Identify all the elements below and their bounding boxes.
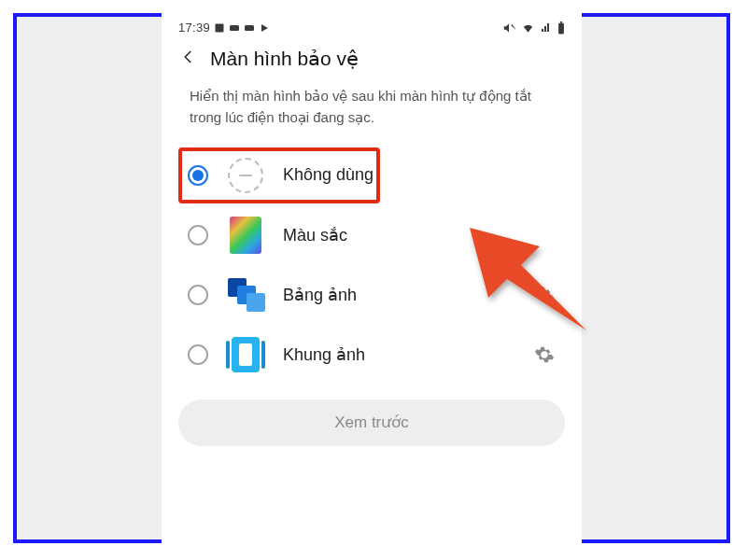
svg-rect-4 [558,22,564,34]
video-icon [244,22,255,34]
gear-icon [534,285,555,305]
thumb-none-icon [227,157,264,194]
svg-rect-2 [245,25,254,31]
svg-rect-1 [230,25,239,31]
svg-rect-5 [560,21,562,23]
option-photo-table[interactable]: Bảng ảnh [173,265,571,325]
page-title: Màn hình bảo vệ [210,48,359,70]
youtube-icon [229,22,240,34]
back-button[interactable] [180,49,197,69]
mute-icon [502,21,515,35]
wifi-icon [521,21,535,35]
option-label: Bảng ảnh [283,285,514,305]
options-card: Không dùng Màu sắc [173,146,571,385]
highlight-box: Không dùng [173,146,571,205]
svg-rect-0 [216,23,224,32]
option-label: Không dùng [283,165,556,185]
settings-button[interactable] [533,285,556,305]
chevron-left-icon [180,49,197,65]
option-none[interactable]: Không dùng [173,146,571,205]
preview-button[interactable]: Xem trước [178,399,565,446]
thumb-colors-icon [227,217,264,254]
play-icon [259,22,270,34]
radio-icon [188,344,208,365]
page-header: Màn hình bảo vệ [162,36,582,76]
phone-screen: 17:39 Màn hình bảo vệ [162,13,582,543]
gallery-icon [214,22,225,34]
option-label: Màu sắc [283,225,556,245]
radio-icon [188,225,208,245]
status-bar: 17:39 [162,13,582,36]
preview-label: Xem trước [334,413,409,432]
clock: 17:39 [178,21,210,35]
gear-icon [534,344,555,365]
signal-icon [541,21,552,35]
radio-icon [188,165,208,186]
settings-button[interactable] [533,344,556,365]
thumb-phototable-icon [227,276,264,314]
radio-icon [188,285,208,305]
option-photo-frame[interactable]: Khung ảnh [173,325,571,385]
status-right [502,21,565,35]
page-description: Hiển thị màn hình bảo vệ sau khi màn hìn… [162,76,582,146]
svg-marker-3 [261,24,268,32]
thumb-photoframe-icon [227,336,264,373]
battery-icon [557,21,565,35]
image-frame: 17:39 Màn hình bảo vệ [13,13,730,543]
status-left: 17:39 [178,21,270,35]
option-label: Khung ảnh [283,344,514,365]
option-colors[interactable]: Màu sắc [173,205,571,265]
